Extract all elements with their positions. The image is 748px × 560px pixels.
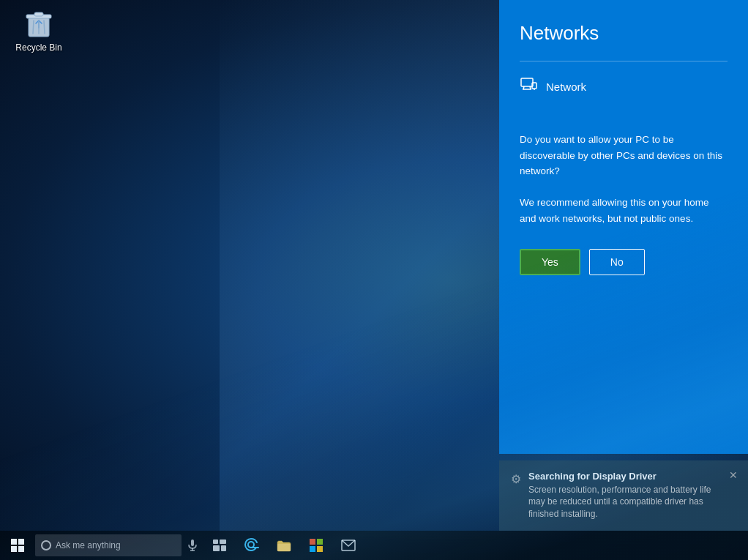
edge-browser-button[interactable]	[236, 531, 268, 560]
notification-body: Screen resolution, performance and batte…	[528, 484, 722, 520]
divider	[520, 61, 728, 61]
svg-rect-14	[11, 546, 17, 552]
networks-panel: Networks Network Do you want to allow yo…	[499, 0, 748, 454]
recycle-bin-label: Recycle Bin	[15, 42, 61, 54]
svg-line-3	[33, 20, 34, 34]
no-button[interactable]: No	[589, 249, 645, 275]
svg-rect-28	[317, 546, 323, 552]
svg-rect-24	[277, 544, 291, 551]
mail-button[interactable]	[332, 531, 364, 560]
notification-toast: ⚙ Searching for Display Driver Screen re…	[499, 460, 748, 531]
gear-icon: ⚙	[511, 472, 521, 486]
recycle-bin-icon-image	[24, 7, 53, 40]
network-icon	[520, 76, 537, 97]
svg-rect-6	[521, 78, 533, 86]
file-explorer-button[interactable]	[268, 531, 300, 560]
cortana-mic-button[interactable]	[182, 531, 203, 560]
task-view-button[interactable]	[203, 531, 236, 560]
search-placeholder: Ask me anything	[56, 540, 121, 550]
network-name: Network	[546, 81, 586, 93]
svg-rect-20	[220, 540, 226, 544]
notification-content: Searching for Display Driver Screen reso…	[528, 471, 722, 520]
network-buttons: Yes No	[520, 249, 728, 275]
taskbar: Ask me anything	[0, 531, 748, 560]
store-button[interactable]	[300, 531, 332, 560]
recycle-bin-icon[interactable]: Recycle Bin	[11, 7, 67, 54]
svg-line-5	[44, 20, 45, 34]
svg-rect-16	[191, 540, 194, 546]
svg-rect-21	[213, 545, 220, 551]
svg-rect-26	[317, 539, 323, 545]
svg-rect-2	[34, 12, 43, 16]
search-bar[interactable]: Ask me anything	[35, 534, 182, 556]
notification-close-button[interactable]: ✕	[729, 469, 738, 481]
svg-rect-12	[11, 539, 17, 545]
network-description: Do you want to allow your PC to be disco…	[520, 132, 728, 227]
networks-panel-title: Networks	[520, 22, 728, 45]
svg-rect-22	[221, 545, 226, 551]
notification-title: Searching for Display Driver	[528, 471, 722, 482]
search-icon	[41, 540, 51, 550]
svg-rect-15	[18, 546, 24, 552]
svg-rect-27	[310, 546, 315, 552]
yes-button[interactable]: Yes	[520, 249, 580, 275]
svg-rect-19	[213, 540, 218, 544]
svg-rect-25	[310, 539, 315, 545]
desktop: Recycle Bin Networks Network Do	[0, 0, 748, 560]
network-item[interactable]: Network	[520, 76, 728, 97]
svg-rect-13	[18, 539, 24, 545]
start-button[interactable]	[0, 531, 35, 560]
